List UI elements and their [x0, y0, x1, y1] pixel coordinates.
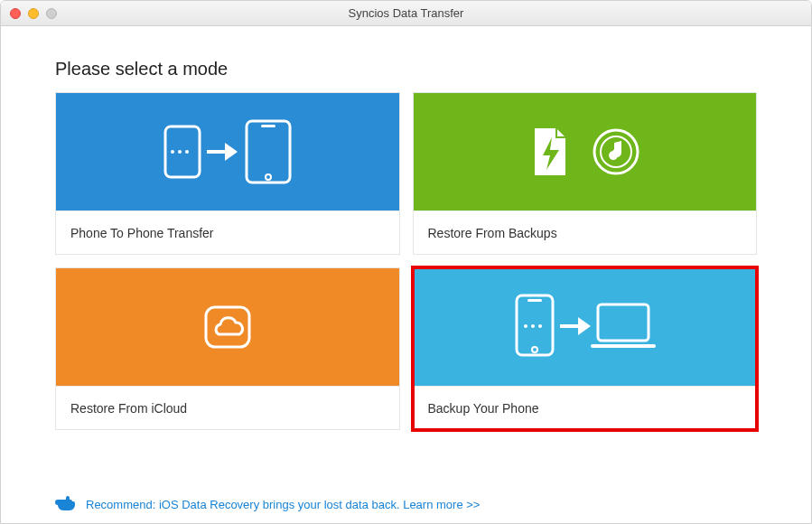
tile-phone-to-phone[interactable]: Phone To Phone Transfer: [55, 92, 400, 255]
svg-point-15: [538, 324, 542, 328]
tile-label: Phone To Phone Transfer: [56, 211, 399, 254]
tile-restore-backups[interactable]: Restore From Backups: [413, 92, 758, 255]
tile-backup-phone[interactable]: Backup Your Phone: [413, 267, 758, 430]
content-area: Please select a mode: [1, 26, 811, 523]
svg-point-13: [524, 324, 527, 328]
tile-restore-icloud[interactable]: Restore From iCloud: [55, 267, 400, 430]
cloud-icon: [201, 302, 255, 352]
svg-rect-11: [527, 299, 542, 302]
tile-icon-area: [414, 93, 757, 211]
titlebar: Syncios Data Transfer: [1, 1, 811, 26]
svg-point-2: [185, 150, 189, 154]
learn-more-link[interactable]: Learn more >>: [403, 498, 480, 511]
tile-icon-area: [414, 268, 757, 386]
svg-point-14: [531, 324, 535, 328]
footer: Recommend: iOS Data Recovery brings your…: [55, 478, 757, 514]
window-title: Syncios Data Transfer: [1, 6, 811, 20]
tile-icon-area: [56, 93, 399, 211]
recommend-text: Recommend: iOS Data Recovery brings your…: [86, 498, 480, 511]
svg-rect-16: [598, 304, 649, 341]
phone-to-phone-icon: [160, 116, 295, 188]
point-hand-icon: [55, 494, 79, 514]
mode-grid: Phone To Phone Transfer: [55, 92, 757, 430]
svg-point-6: [266, 174, 271, 180]
phone-to-laptop-icon: [508, 286, 661, 368]
svg-point-3: [171, 150, 174, 154]
svg-rect-5: [261, 125, 275, 127]
tile-label: Backup Your Phone: [414, 386, 757, 429]
page-heading: Please select a mode: [55, 59, 757, 80]
tile-label: Restore From Backups: [414, 211, 757, 254]
app-window: Syncios Data Transfer Please select a mo…: [0, 0, 812, 524]
svg-point-12: [532, 347, 537, 352]
svg-point-1: [178, 150, 182, 154]
recommend-prefix: Recommend: iOS Data Recovery brings your…: [86, 498, 403, 511]
svg-rect-0: [165, 126, 200, 177]
lightning-page-icon: [527, 125, 573, 179]
svg-rect-4: [247, 121, 290, 182]
tile-icon-area: [56, 268, 399, 386]
music-disc-icon: [591, 126, 641, 177]
tile-label: Restore From iCloud: [56, 386, 399, 429]
